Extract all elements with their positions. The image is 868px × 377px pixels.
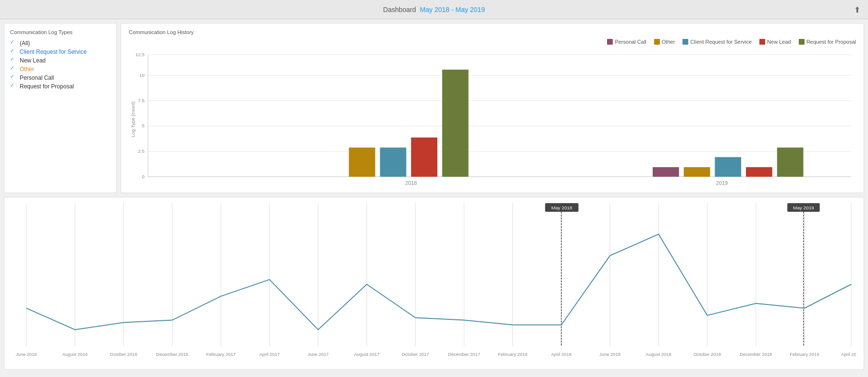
y-label-5: 5 (142, 123, 145, 128)
y-label-0: 0 (142, 174, 145, 179)
check-request-proposal-icon (10, 83, 17, 90)
x-label-jun2017: June 2017 (308, 352, 329, 357)
y-label-12.5: 12.5 (136, 52, 145, 57)
legend-other: Other (654, 39, 675, 45)
bar-2018-new-lead (411, 137, 437, 177)
legend-new-lead: New Lead (759, 39, 791, 45)
may2019-badge-text: May 2019 (793, 205, 814, 210)
x-label-feb2019: February 2019 (790, 352, 819, 357)
sidebar-item-request-proposal[interactable]: Request for Proposal (10, 83, 111, 90)
legend-dot-request-proposal (799, 39, 805, 45)
x-label-aug2018: August 2018 (646, 352, 671, 357)
legend-personal-call: Personal Call (607, 39, 646, 45)
x-label-2019: 2019 (716, 180, 728, 186)
may2018-badge-text: May 2018 (551, 205, 572, 210)
y-label-7.5: 7.5 (138, 98, 145, 103)
x-label-dec2017: December 2017 (448, 352, 480, 357)
bar-2019-request-proposal (777, 147, 804, 177)
bar-2018-client-request (380, 147, 407, 177)
legend-dot-personal-call (607, 39, 613, 45)
bar-2019-new-lead (746, 167, 772, 177)
sidebar-label-other: Other (20, 66, 34, 73)
x-label-aug2016: August 2016 (62, 352, 88, 357)
sidebar-label-personal-call: Personal Call (20, 74, 54, 81)
x-label-oct2018: October 2018 (694, 352, 721, 357)
check-other-icon (10, 66, 17, 73)
legend-label-personal-call: Personal Call (615, 39, 646, 45)
bar-2019-personal-call (653, 167, 679, 177)
bar-2019-other (684, 167, 710, 177)
line-chart (26, 234, 851, 330)
sidebar-title: Communication Log Types (10, 29, 111, 35)
check-client-request-icon (10, 49, 17, 55)
bar-2018-request-proposal (442, 70, 469, 177)
export-icon[interactable]: ⬆ (854, 5, 860, 14)
x-label-dec2016: December 2016 (156, 352, 188, 357)
chart-panel: Communication Log History Personal Call … (121, 23, 864, 193)
main-content: Communication Log Types (All) Client Req… (0, 19, 868, 197)
x-label-2018: 2018 (405, 180, 417, 186)
sidebar-item-personal-call[interactable]: Personal Call (10, 74, 111, 81)
sidebar-label-new-lead: New Lead (20, 57, 46, 64)
legend-label-new-lead: New Lead (767, 39, 791, 45)
sidebar-item-new-lead[interactable]: New Lead (10, 57, 111, 64)
dashboard-title: Dashboard (383, 6, 416, 13)
date-range: May 2018 - May 2019 (420, 6, 485, 13)
legend-dot-other (654, 39, 660, 45)
check-personal-call-icon (10, 74, 17, 81)
y-label-2.5: 2.5 (138, 148, 145, 154)
sidebar-item-all[interactable]: (All) (10, 40, 111, 47)
x-label-jun2018: June 2018 (599, 352, 620, 357)
x-label-dec2018: December 2018 (740, 352, 772, 357)
x-label-apr2018: April 2018 (551, 352, 571, 357)
sidebar-label-request-proposal: Request for Proposal (20, 83, 74, 90)
x-label-jun2016: June 2016 (16, 352, 37, 357)
bottom-chart-panel: May 2018 May 2019 June 2016 August 2016 … (4, 197, 864, 370)
legend-dot-new-lead (759, 39, 765, 45)
x-label-aug2017: August 2017 (354, 352, 380, 357)
y-axis-label: Log Type (count) (130, 101, 136, 137)
legend-label-request-proposal: Request for Proposal (806, 39, 856, 45)
sidebar: Communication Log Types (All) Client Req… (4, 23, 117, 193)
bar-2019-client-request (715, 157, 741, 177)
legend-label-other: Other (662, 39, 675, 45)
bar-2018-other (349, 147, 375, 177)
legend-client-request: Client Request for Service (682, 39, 752, 45)
y-label-10: 10 (139, 73, 145, 78)
legend-dot-client-request (682, 39, 688, 45)
sidebar-label-client-request: Client Request for Service (20, 49, 87, 55)
top-bar: Dashboard May 2018 - May 2019 ⬆ (0, 0, 868, 19)
sidebar-item-client-request[interactable]: Client Request for Service (10, 49, 111, 55)
x-label-oct2017: October 2017 (402, 352, 429, 357)
x-label-apr2017: April 2017 (260, 352, 280, 357)
x-label-feb2018: February 2018 (498, 352, 527, 357)
legend-label-client-request: Client Request for Service (690, 39, 752, 45)
chart-title: Communication Log History (129, 29, 856, 35)
bar-chart: Log Type (count) 0 2.5 5 7.5 10 12.5 (129, 49, 856, 190)
sidebar-item-other[interactable]: Other (10, 66, 111, 73)
sidebar-label-all: (All) (20, 40, 30, 47)
x-label-oct2016: October 2016 (110, 352, 137, 357)
x-label-feb2017: February 2017 (206, 352, 236, 357)
x-label-apr2019: April 2019 (841, 352, 856, 357)
legend-request-proposal: Request for Proposal (799, 39, 856, 45)
check-all-icon (10, 40, 17, 47)
check-new-lead-icon (10, 57, 17, 64)
chart-legend: Personal Call Other Client Request for S… (129, 39, 856, 45)
